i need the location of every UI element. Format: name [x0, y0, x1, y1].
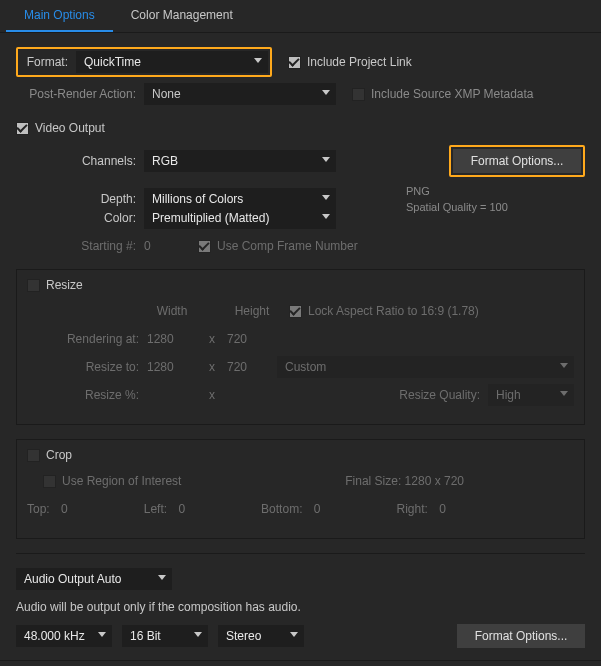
include-xmp-checkbox — [352, 88, 365, 101]
color-value: Premultiplied (Matted) — [152, 211, 269, 225]
use-comp-frame-label: Use Comp Frame Number — [217, 239, 358, 253]
channels-value: RGB — [152, 154, 178, 168]
chevron-down-icon — [98, 632, 106, 637]
audio-channels-dropdown[interactable]: Stereo — [218, 625, 304, 647]
color-dropdown[interactable]: Premultiplied (Matted) — [144, 207, 336, 229]
resize-width: 1280 — [147, 360, 197, 374]
chevron-down-icon — [322, 157, 330, 162]
x-label: x — [197, 332, 227, 346]
resize-section: Resize Width Height Lock Aspect Ratio to… — [16, 269, 585, 425]
format-options-highlight: Format Options... — [449, 145, 585, 177]
audio-rate-dropdown[interactable]: 48.000 kHz — [16, 625, 112, 647]
x-label: x — [197, 360, 227, 374]
audio-depth-dropdown[interactable]: 16 Bit — [122, 625, 208, 647]
resize-height-header: Height — [227, 304, 277, 318]
chevron-down-icon — [194, 632, 202, 637]
chevron-down-icon — [254, 58, 262, 63]
chevron-down-icon — [158, 575, 166, 580]
channels-label: Channels: — [16, 154, 144, 168]
resize-quality-value: High — [496, 388, 521, 402]
rendering-height: 720 — [227, 332, 277, 346]
x-label: x — [197, 388, 227, 402]
crop-top-value: 0 — [61, 502, 68, 516]
format-value: QuickTime — [84, 55, 141, 69]
lock-aspect-checkbox — [289, 305, 302, 318]
use-comp-frame-checkbox — [198, 240, 211, 253]
starting-value: 0 — [144, 239, 198, 253]
crop-right-value: 0 — [439, 502, 446, 516]
crop-right-label: Right: — [397, 502, 436, 516]
format-options-button[interactable]: Format Options... — [453, 149, 581, 173]
video-output-checkbox[interactable] — [16, 122, 29, 135]
crop-left-label: Left: — [144, 502, 175, 516]
resize-quality-label: Resize Quality: — [399, 388, 488, 402]
lock-aspect-label: Lock Aspect Ratio to 16:9 (1.78) — [308, 304, 479, 318]
final-size: Final Size: 1280 x 720 — [345, 474, 464, 488]
codec-quality: Spatial Quality = 100 — [406, 199, 508, 215]
audio-output-value: Audio Output Auto — [24, 572, 121, 586]
crop-top-label: Top: — [27, 502, 58, 516]
tab-bar: Main Options Color Management — [0, 0, 601, 33]
rendering-width: 1280 — [147, 332, 197, 346]
post-render-dropdown[interactable]: None — [144, 83, 336, 105]
depth-value: Millions of Colors — [152, 192, 243, 206]
format-label: Format: — [20, 55, 76, 69]
dialog-footer: OK Cancel — [0, 660, 601, 666]
video-output-label: Video Output — [35, 121, 105, 135]
post-render-value: None — [152, 87, 181, 101]
include-project-link-label: Include Project Link — [307, 55, 412, 69]
resize-quality-dropdown: High — [488, 384, 574, 406]
include-project-link-checkbox[interactable] — [288, 56, 301, 69]
color-label: Color: — [16, 211, 144, 225]
chevron-down-icon — [560, 363, 568, 368]
audio-depth-value: 16 Bit — [130, 629, 161, 643]
output-module-settings: Main Options Color Management Format: Qu… — [0, 0, 601, 666]
crop-bottom-label: Bottom: — [261, 502, 310, 516]
crop-section: Crop Use Region of Interest Final Size: … — [16, 439, 585, 539]
depth-label: Depth: — [16, 192, 144, 206]
resize-checkbox[interactable] — [27, 279, 40, 292]
resize-pct-label: Resize %: — [27, 388, 147, 402]
chevron-down-icon — [290, 632, 298, 637]
include-xmp-label: Include Source XMP Metadata — [371, 87, 534, 101]
chevron-down-icon — [322, 195, 330, 200]
format-highlight: Format: QuickTime — [16, 47, 272, 77]
codec-name: PNG — [406, 183, 508, 199]
post-render-label: Post-Render Action: — [16, 87, 144, 101]
crop-checkbox[interactable] — [27, 449, 40, 462]
audio-output-dropdown[interactable]: Audio Output Auto — [16, 568, 172, 590]
use-roi-checkbox — [43, 475, 56, 488]
resize-preset-dropdown: Custom — [277, 356, 574, 378]
rendering-at-label: Rendering at: — [27, 332, 147, 346]
codec-info: PNG Spatial Quality = 100 — [406, 183, 508, 215]
crop-left-value: 0 — [178, 502, 185, 516]
tab-main-options[interactable]: Main Options — [6, 0, 113, 32]
audio-note: Audio will be output only if the composi… — [16, 600, 301, 614]
use-roi-label: Use Region of Interest — [62, 474, 181, 488]
chevron-down-icon — [322, 214, 330, 219]
tab-color-management[interactable]: Color Management — [113, 0, 251, 32]
channels-dropdown[interactable]: RGB — [144, 150, 336, 172]
resize-height: 720 — [227, 360, 277, 374]
audio-rate-value: 48.000 kHz — [24, 629, 85, 643]
audio-channels-value: Stereo — [226, 629, 261, 643]
resize-width-header: Width — [147, 304, 197, 318]
resize-preset-value: Custom — [285, 360, 326, 374]
crop-bottom-value: 0 — [314, 502, 321, 516]
audio-format-options-button[interactable]: Format Options... — [457, 624, 585, 648]
starting-label: Starting #: — [16, 239, 144, 253]
resize-title: Resize — [46, 278, 83, 292]
format-dropdown[interactable]: QuickTime — [76, 51, 268, 73]
resize-to-label: Resize to: — [27, 360, 147, 374]
chevron-down-icon — [560, 391, 568, 396]
crop-title: Crop — [46, 448, 72, 462]
chevron-down-icon — [322, 90, 330, 95]
